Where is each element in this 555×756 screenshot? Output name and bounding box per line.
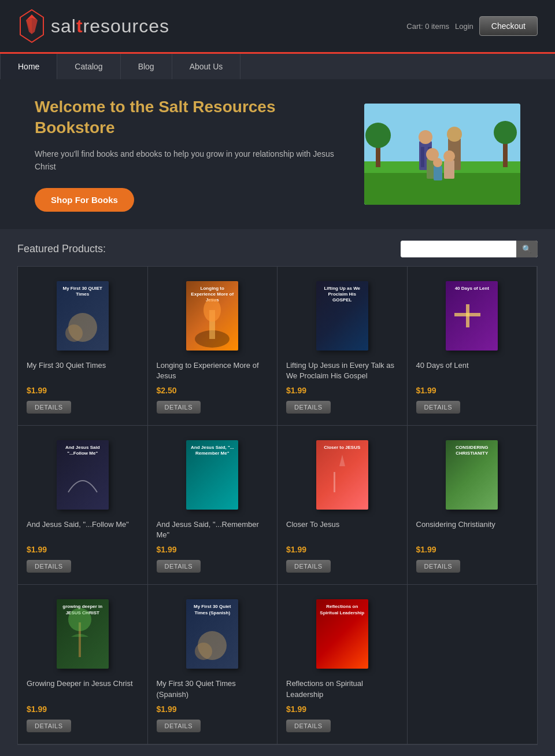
details-button-11[interactable]: DETAILS: [286, 720, 331, 732]
product-price-6: $1.99: [157, 545, 177, 554]
product-name-1: My First 30 Quiet Times: [27, 360, 106, 381]
cart-count-link[interactable]: 0 items: [425, 22, 449, 31]
login-button[interactable]: Login: [455, 22, 473, 31]
svg-point-17: [443, 150, 455, 162]
book-cover-10: My First 30 Quiet Times (Spanish): [186, 599, 238, 669]
product-card-10: My First 30 Quiet Times (Spanish) My Fir…: [148, 585, 278, 744]
svg-point-5: [365, 123, 391, 148]
product-image-5: And Jesus Said "...Follow Me": [27, 437, 139, 512]
product-price-2: $2.50: [157, 386, 177, 395]
product-name-9: Growing Deeper in Jesus Christ: [27, 678, 133, 699]
product-price-1: $1.99: [27, 386, 47, 395]
cart-count: 0 items: [425, 22, 449, 31]
book-cover-11: Reflections on Spiritual Leadership: [316, 599, 368, 669]
product-name-6: And Jesus Said, "...Remember Me": [157, 519, 269, 540]
product-card-7: Closer to JESUS Closer To Jesus $1.99 DE…: [278, 426, 408, 585]
header-right: Cart: 0 items Login Checkout: [406, 16, 538, 36]
book-cover-3: Lifting Up as We Proclaim His GOSPEL: [316, 281, 368, 351]
details-button-10[interactable]: DETAILS: [157, 720, 201, 732]
shop-for-books-button[interactable]: Shop For Books: [35, 188, 134, 212]
products-header: Featured Products: 🔍: [17, 241, 538, 257]
product-card-1: My First 30 QUIET Times My First 30 Quie…: [18, 267, 148, 426]
nav-item-catalog[interactable]: Catalog: [57, 54, 120, 79]
featured-title: Featured Products:: [17, 243, 106, 255]
family-photo: [364, 104, 520, 205]
book-cover-1: My First 30 QUIET Times: [57, 281, 109, 351]
product-price-10: $1.99: [157, 705, 177, 714]
product-image-4: 40 Days of Lent: [416, 278, 528, 353]
product-image-6: And Jesus Said, "... Remember Me": [157, 437, 269, 512]
svg-marker-28: [339, 455, 345, 466]
product-name-11: Reflections on Spiritual Leadership: [286, 678, 398, 699]
product-card-11: Reflections on Spiritual Leadership Refl…: [278, 585, 408, 744]
product-name-7: Closer To Jesus: [286, 519, 339, 540]
book-cover-6: And Jesus Said, "... Remember Me": [186, 440, 238, 510]
book-cover-2: Longing to Experience More of Jesus: [186, 281, 238, 351]
product-name-10: My First 30 Quiet Times (Spanish): [157, 678, 269, 699]
book-cover-5: And Jesus Said "...Follow Me": [57, 440, 109, 510]
svg-rect-18: [434, 166, 442, 180]
details-button-4[interactable]: DETAILS: [416, 401, 461, 414]
hero-title: Welcome to the Salt Resources Bookstore: [35, 97, 341, 139]
product-image-10: My First 30 Quiet Times (Spanish): [157, 596, 269, 672]
svg-point-7: [494, 121, 517, 144]
main-nav: Home Catalog Blog About Us: [0, 52, 555, 79]
product-card-2: Longing to Experience More of Jesus Long…: [148, 267, 278, 426]
svg-point-32: [195, 643, 212, 660]
product-image-3: Lifting Up as We Proclaim His GOSPEL: [286, 278, 398, 353]
search-icon: 🔍: [522, 245, 532, 253]
hero-image: [364, 104, 520, 205]
product-price-4: $1.99: [416, 386, 436, 395]
svg-point-19: [433, 158, 442, 167]
nav-item-blog[interactable]: Blog: [121, 54, 172, 79]
nav-item-home[interactable]: Home: [0, 54, 57, 79]
svg-rect-10: [421, 147, 424, 167]
checkout-button[interactable]: Checkout: [479, 16, 538, 36]
product-image-7: Closer to JESUS: [286, 437, 398, 512]
book-cover-9: growing deeper in JESUS CHRIST: [57, 599, 109, 669]
svg-point-24: [204, 298, 221, 322]
svg-point-21: [65, 324, 83, 342]
product-price-8: $1.99: [416, 545, 436, 554]
search-input[interactable]: [401, 241, 516, 257]
product-name-5: And Jesus Said, "...Follow Me": [27, 519, 129, 540]
hero-description: Where you'll find books and ebooks to he…: [35, 147, 341, 174]
nav-item-about[interactable]: About Us: [172, 54, 241, 79]
product-card-6: And Jesus Said, "... Remember Me" And Je…: [148, 426, 278, 585]
details-button-3[interactable]: DETAILS: [286, 401, 331, 414]
product-card-3: Lifting Up as We Proclaim His GOSPEL Lif…: [278, 267, 408, 426]
details-button-7[interactable]: DETAILS: [286, 560, 331, 573]
product-name-2: Longing to Experience More of Jesus: [157, 360, 269, 381]
search-button[interactable]: 🔍: [516, 241, 538, 257]
product-card-4: 40 Days of Lent 40 Days of Lent $1.99 DE…: [408, 267, 538, 426]
details-button-9[interactable]: DETAILS: [27, 720, 71, 732]
hero-section: Welcome to the Salt Resources Bookstore …: [0, 79, 555, 229]
cart-info: Cart: 0 items: [406, 22, 449, 31]
product-price-3: $1.99: [286, 386, 306, 395]
product-price-5: $1.99: [27, 545, 47, 554]
svg-rect-26: [454, 313, 480, 316]
product-image-2: Longing to Experience More of Jesus: [157, 278, 269, 353]
product-image-9: growing deeper in JESUS CHRIST: [27, 596, 139, 672]
details-button-8[interactable]: DETAILS: [416, 560, 461, 573]
product-price-11: $1.99: [286, 705, 306, 714]
product-grid: My First 30 QUIET Times My First 30 Quie…: [17, 266, 538, 745]
svg-rect-16: [444, 160, 454, 179]
product-name-4: 40 Days of Lent: [416, 360, 469, 381]
product-name-8: Considering Christianity: [416, 519, 495, 540]
details-button-1[interactable]: DETAILS: [27, 401, 71, 414]
logo: saltresources: [17, 9, 169, 43]
logo-icon: [17, 9, 46, 43]
book-cover-7: Closer to JESUS: [316, 440, 368, 510]
svg-rect-27: [334, 472, 335, 492]
logo-text: saltresources: [51, 16, 169, 37]
hero-text: Welcome to the Salt Resources Bookstore …: [35, 97, 341, 212]
products-section: Featured Products: 🔍 My First 30 QUIET T…: [0, 229, 555, 756]
details-button-6[interactable]: DETAILS: [157, 560, 201, 573]
svg-point-9: [419, 130, 432, 144]
details-button-5[interactable]: DETAILS: [27, 560, 71, 573]
details-button-2[interactable]: DETAILS: [157, 401, 201, 414]
product-image-8: CONSIDERING CHRISTIANITY: [416, 437, 528, 512]
header: saltresources Cart: 0 items Login Checko…: [0, 0, 555, 52]
family-illustration: [364, 104, 520, 205]
